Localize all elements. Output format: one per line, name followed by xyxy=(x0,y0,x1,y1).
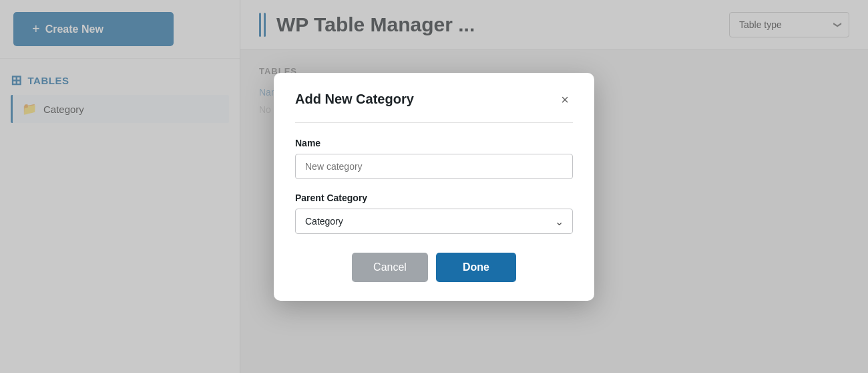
modal-overlay: Add New Category × Name Parent Category … xyxy=(0,0,868,373)
cancel-button[interactable]: Cancel xyxy=(352,253,428,282)
modal-close-button[interactable]: × xyxy=(557,92,573,108)
parent-category-wrapper: Category ⌄ xyxy=(295,209,573,234)
modal-divider xyxy=(295,122,573,123)
add-category-modal: Add New Category × Name Parent Category … xyxy=(274,73,594,301)
name-label: Name xyxy=(295,138,573,148)
parent-category-select[interactable]: Category xyxy=(295,209,573,234)
parent-category-label: Parent Category xyxy=(295,193,573,203)
done-button[interactable]: Done xyxy=(436,253,516,282)
modal-header: Add New Category × xyxy=(295,92,573,108)
modal-title: Add New Category xyxy=(295,92,414,107)
modal-actions: Cancel Done xyxy=(295,253,573,282)
name-input[interactable] xyxy=(295,154,573,179)
